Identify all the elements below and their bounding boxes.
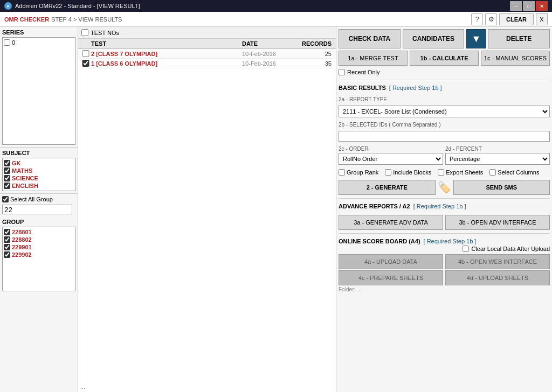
group-label-229901: 229901 <box>12 244 32 250</box>
subject-item-english: ENGLISH <box>4 182 74 190</box>
online-buttons-row-1: 4a - UPLOAD DATA 4b - OPEN WEB INTERFACE <box>339 254 550 269</box>
subject-list: GK MATHS SCIENCE ENGLISH <box>2 158 75 191</box>
percent-block: 2d - PERCENT Percentage Marks Grade <box>445 146 550 165</box>
main-container: SERIES 0 SUBJECT GK MATHS <box>0 27 552 392</box>
group-checkbox-228801[interactable] <box>4 229 10 235</box>
group-rank-label: Group Rank <box>347 169 378 176</box>
select-columns-label: Select Columns <box>498 169 539 176</box>
upload-data-button[interactable]: 4a - UPLOAD DATA <box>339 254 443 269</box>
top-buttons: CHECK DATA CANDIDATES ▼ DELETE <box>339 29 550 48</box>
calculate-button[interactable]: 1b - CALCULATE <box>410 51 479 66</box>
test-rows: 2 [CLASS 7 OLYMPIAD] 10-Feb-2016 25 1 [C… <box>78 49 336 381</box>
minimize-button[interactable]: ─ <box>510 1 522 11</box>
series-section: SERIES 0 <box>0 27 78 148</box>
clear-local-checkbox[interactable] <box>463 246 469 252</box>
step-label: STEP 4 > VIEW RESULTS <box>51 16 122 23</box>
subject-checkbox-science[interactable] <box>4 175 10 181</box>
select-all-checkbox[interactable] <box>2 196 9 202</box>
upload-sheets-button[interactable]: 4d - UPLOAD SHEETS <box>445 270 550 285</box>
divider-3 <box>339 233 550 234</box>
order-select[interactable]: RollNo Order Name Order Score Order <box>339 153 443 165</box>
subject-item-science: SCIENCE <box>4 174 74 182</box>
include-blocks-checkbox[interactable] <box>385 169 391 176</box>
delete-button[interactable]: DELETE <box>488 29 550 48</box>
send-sms-button[interactable]: SEND SMS <box>453 180 550 195</box>
menu-bar-right: ? ⚙ CLEAR X <box>471 13 548 25</box>
check-data-button[interactable]: CHECK DATA <box>339 29 401 48</box>
subject-checkbox-gk[interactable] <box>4 160 10 166</box>
recent-only-checkbox[interactable] <box>339 69 345 75</box>
maximize-button[interactable]: □ <box>523 1 535 11</box>
report-type-select[interactable]: 2111 - EXCEL- Score List (Condensed) 211… <box>339 106 550 117</box>
export-sheets-label: Export Sheets <box>446 169 483 176</box>
candidates-button[interactable]: CANDIDATES <box>403 29 465 48</box>
select-columns-checkbox[interactable] <box>489 169 496 176</box>
group-checkbox-228802[interactable] <box>4 236 10 243</box>
gen-adv-data-button[interactable]: 3a - GENERATE ADV DATA <box>339 215 443 230</box>
col-records: RECORDS <box>296 40 334 47</box>
open-web-interface-button[interactable]: 4b - OPEN WEB INTERFACE <box>445 254 550 269</box>
subject-label-gk: GK <box>12 160 21 166</box>
manual-scores-button[interactable]: 1c - MANUAL SCORES <box>481 51 550 66</box>
close-button[interactable]: ✕ <box>536 1 548 11</box>
group-label-228802: 228802 <box>12 236 32 243</box>
test-row-checkbox-2[interactable] <box>80 50 91 57</box>
left-panel: SERIES 0 SUBJECT GK MATHS <box>0 27 78 392</box>
col-test: TEST <box>91 40 242 47</box>
percent-select[interactable]: Percentage Marks Grade <box>445 153 550 165</box>
test-records-2: 25 <box>296 51 334 57</box>
test-no-checkbox[interactable] <box>81 29 88 36</box>
group-item-229902: 229902 <box>4 251 74 258</box>
series-checkbox-0[interactable] <box>4 39 10 46</box>
include-blocks-check-item: Include Blocks <box>385 169 431 176</box>
help-button[interactable]: ? <box>471 13 483 25</box>
subject-title: SUBJECT <box>2 150 75 156</box>
online-header: ONLINE SCORE BOARD (A4) [ Required Step … <box>339 238 550 244</box>
percent-label: 2d - PERCENT <box>445 146 550 152</box>
omr-checker-link[interactable]: OMR CHECKER <box>4 16 49 23</box>
title-bar-left: A Addmen OMRv22 - Standard - [VIEW RESUL… <box>4 2 140 10</box>
group-checkbox-229901[interactable] <box>4 244 10 250</box>
open-adv-interface-button[interactable]: 3b - OPEN ADV INTERFACE <box>445 215 550 230</box>
subject-label-science: SCIENCE <box>12 175 38 181</box>
group-item-228801: 228801 <box>4 228 74 236</box>
merge-test-button[interactable]: 1a - MERGE TEST <box>339 51 408 66</box>
adv-reports-required: [ Required Step 1b ] <box>413 203 466 209</box>
order-block: 2c - ORDER RollNo Order Name Order Score… <box>339 146 443 165</box>
folder-label: Folder: .... <box>339 286 363 292</box>
exit-button[interactable]: X <box>536 13 548 25</box>
number-input[interactable] <box>2 205 72 214</box>
selected-ids-label: 2b - SELECTED IDs ( Comma Separated ) <box>339 122 550 128</box>
basic-results-header: BASIC RESULTS [ Required Step 1b ] <box>339 85 550 91</box>
group-rank-checkbox[interactable] <box>339 169 345 176</box>
generate-row: 2 - GENERATE 🏷️ SEND SMS <box>339 180 550 195</box>
title-bar: A Addmen OMRv22 - Standard - [VIEW RESUL… <box>0 0 552 12</box>
basic-results-title: BASIC RESULTS <box>339 85 386 91</box>
basic-results-required: [ Required Step 1b ] <box>389 85 442 91</box>
group-title: GROUP <box>2 219 75 225</box>
adv-reports-title: ADVANCE REPORTS / A2 <box>339 203 410 209</box>
settings-button[interactable]: ⚙ <box>485 13 497 25</box>
online-buttons-row-2: 4c - PREPARE SHEETS 4d - UPLOAD SHEETS <box>339 270 550 285</box>
series-title: SERIES <box>2 29 75 36</box>
export-sheets-checkbox[interactable] <box>438 169 444 176</box>
generate-button[interactable]: 2 - GENERATE <box>339 180 436 195</box>
subject-section: SUBJECT GK MATHS SCIENCE ENGLISH <box>0 148 78 194</box>
subject-label-maths: MATHS <box>12 167 32 174</box>
group-item-229901: 229901 <box>4 243 74 251</box>
test-name-1[interactable]: 1 [CLASS 6 OLYMPIAD] <box>91 60 242 67</box>
report-type-label: 2a - REPORT TYPE <box>339 96 550 102</box>
down-arrow-button[interactable]: ▼ <box>466 29 486 48</box>
clear-button[interactable]: CLEAR <box>499 13 534 25</box>
group-checkbox-229902[interactable] <box>4 251 10 258</box>
gold-icon: 🏷️ <box>438 181 451 194</box>
export-sheets-check-item: Export Sheets <box>438 169 483 176</box>
app-icon: A <box>4 2 12 10</box>
subject-checkbox-maths[interactable] <box>4 167 10 174</box>
test-row-checkbox-1[interactable] <box>80 60 91 67</box>
subject-checkbox-english[interactable] <box>4 183 10 189</box>
adv-buttons: 3a - GENERATE ADV DATA 3b - OPEN ADV INT… <box>339 215 550 230</box>
prepare-sheets-button[interactable]: 4c - PREPARE SHEETS <box>339 270 443 285</box>
test-name-2[interactable]: 2 [CLASS 7 OLYMPIAD] <box>91 51 242 57</box>
selected-ids-input[interactable] <box>339 131 550 142</box>
